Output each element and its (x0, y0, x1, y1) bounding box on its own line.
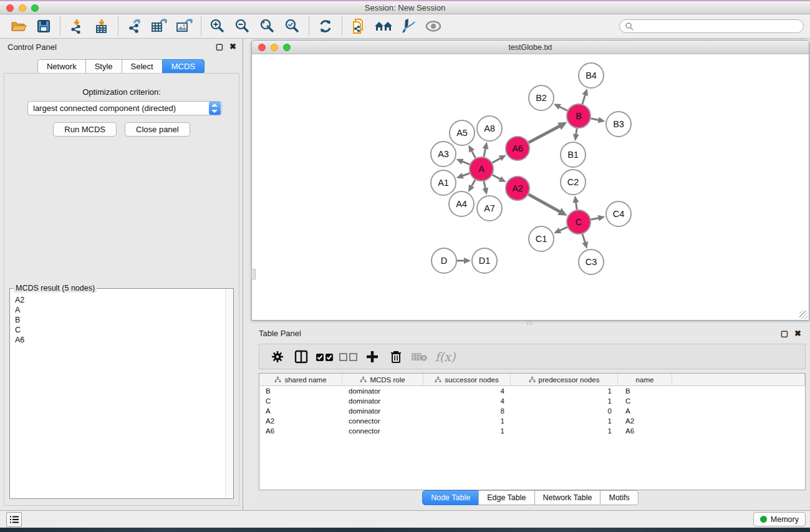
delete-column-button[interactable] (384, 347, 408, 366)
close-panel-button[interactable]: Close panel (125, 122, 190, 137)
mcds-result-list[interactable]: A2ABCA6 (10, 291, 225, 498)
network-minimize-button[interactable] (271, 44, 278, 51)
column-header-successor-nodes[interactable]: successor nodes (423, 374, 511, 385)
table-row[interactable]: Cdominator41C (259, 396, 805, 406)
node-label-C4: C4 (613, 209, 625, 219)
tab-select[interactable]: Select (122, 59, 163, 74)
edge-A-A3[interactable] (461, 161, 470, 164)
zoom-out-icon (234, 18, 251, 34)
close-table-panel-icon[interactable]: ✖ (794, 329, 801, 338)
mcds-result-item[interactable]: A6 (15, 335, 220, 345)
task-history-button[interactable] (6, 512, 22, 527)
delete-table-button[interactable] (408, 347, 432, 366)
tab-motifs[interactable]: Motifs (600, 490, 638, 505)
column-header-predecessor-nodes[interactable]: predecessor nodes (511, 374, 618, 385)
table-row[interactable]: A2connector11A2 (259, 416, 805, 426)
memory-button[interactable]: Memory (753, 512, 806, 526)
edge-C-C4[interactable] (591, 218, 600, 220)
window-resize-grip[interactable] (799, 311, 808, 319)
tab-node-table[interactable]: Node Table (422, 490, 479, 505)
first-neighbors-button[interactable] (371, 16, 396, 36)
edge-C-C2[interactable] (576, 201, 577, 210)
save-session-button[interactable] (31, 16, 56, 36)
tab-style[interactable]: Style (85, 59, 122, 74)
search-icon (625, 22, 634, 31)
refresh-layout-button[interactable] (313, 16, 338, 36)
edge-A2-C[interactable] (529, 195, 561, 212)
edge-arrowhead (482, 188, 488, 195)
edge-C-C3[interactable] (582, 234, 586, 243)
tab-mcds[interactable]: MCDS (162, 59, 205, 74)
mcds-result-scrollbar[interactable] (225, 289, 233, 498)
zoom-window-button[interactable] (31, 4, 39, 12)
edge-A-A5[interactable] (471, 150, 476, 158)
optimization-criterion-dropdown[interactable]: largest connected component (directed) (27, 101, 222, 115)
edge-A-A6[interactable] (492, 158, 501, 163)
close-panel-icon[interactable]: ✖ (229, 42, 236, 51)
float-table-panel-icon[interactable]: ▢ (781, 329, 788, 338)
mcds-result-item[interactable]: C (15, 325, 220, 335)
node-label-D1: D1 (479, 256, 491, 266)
show-columns-button[interactable] (289, 347, 313, 366)
add-column-button[interactable] (360, 347, 384, 366)
edge-B-B4[interactable] (582, 94, 586, 104)
export-image-button[interactable] (172, 16, 197, 36)
edge-arrowhead (582, 89, 589, 96)
tab-edge-table[interactable]: Edge Table (478, 490, 534, 505)
search-input[interactable] (636, 22, 798, 31)
edge-A-A1[interactable] (461, 173, 470, 177)
edge-B-B3[interactable] (591, 118, 600, 120)
edge-B-B2[interactable] (559, 106, 567, 110)
column-header-name[interactable]: name (618, 374, 672, 385)
select-all-button[interactable] (313, 347, 337, 366)
table-row[interactable]: Bdominator41B (259, 386, 805, 396)
mcds-result-item[interactable]: A2 (15, 295, 220, 305)
show-hide-eye-button[interactable] (421, 16, 446, 36)
float-panel-icon[interactable]: ▢ (216, 42, 223, 51)
dropdown-stepper-icon (209, 102, 221, 115)
import-network-icon (69, 18, 85, 34)
node-table[interactable]: shared nameMCDS rolesuccessor nodesprede… (259, 373, 806, 490)
network-close-button[interactable] (258, 44, 266, 51)
tab-network-table[interactable]: Network Table (534, 490, 601, 505)
network-zoom-button[interactable] (283, 44, 291, 51)
graphics-details-button[interactable] (396, 16, 421, 36)
import-table-button[interactable] (89, 16, 114, 36)
zoom-out-button[interactable] (230, 16, 255, 36)
run-mcds-button[interactable]: Run MCDS (53, 122, 117, 137)
edge-A-A4[interactable] (471, 180, 475, 187)
optimization-criterion-label: Optimization criterion: (4, 87, 239, 97)
network-window-titlebar[interactable]: testGlobe.txt (252, 41, 809, 54)
new-network-from-selection-button[interactable] (346, 16, 371, 36)
delete-table-icon (412, 351, 428, 362)
trash-icon (389, 349, 403, 364)
edge-arrowhead (483, 142, 489, 150)
function-builder-button[interactable]: f(x) (432, 347, 455, 366)
zoom-in-button[interactable] (205, 16, 230, 36)
import-network-button[interactable] (64, 16, 89, 36)
tab-network[interactable]: Network (37, 59, 86, 74)
column-header-shared-name[interactable]: shared name (259, 374, 342, 385)
network-canvas[interactable]: B4B2BB3A5A8A6A3B1AA1C2A2A4A7C4CC1DD1C3 (252, 55, 809, 320)
table-settings-button[interactable] (266, 347, 289, 366)
zoom-selected-button[interactable] (280, 16, 305, 36)
deselect-all-button[interactable] (337, 347, 360, 366)
edge-A6-B[interactable] (529, 125, 561, 142)
edge-C-C1[interactable] (559, 227, 567, 231)
zoom-fit-button[interactable] (255, 16, 280, 36)
close-window-button[interactable] (6, 4, 14, 12)
vertical-splitter-handle[interactable] (251, 269, 256, 279)
edge-A-A8[interactable] (484, 147, 486, 157)
export-network-button[interactable] (122, 16, 147, 36)
node-label-A8: A8 (484, 123, 495, 133)
table-row[interactable]: A6connector11A6 (259, 426, 805, 436)
search-field[interactable] (619, 19, 804, 33)
open-session-button[interactable] (6, 16, 31, 36)
minimize-window-button[interactable] (19, 4, 26, 12)
table-row[interactable]: Adominator80A (259, 406, 805, 416)
mcds-result-item[interactable]: A (15, 305, 220, 315)
mcds-result-item[interactable]: B (15, 315, 220, 325)
export-table-button[interactable] (147, 16, 172, 36)
column-header-MCDS-role[interactable]: MCDS role (342, 374, 423, 385)
edge-A-A2[interactable] (493, 175, 501, 179)
